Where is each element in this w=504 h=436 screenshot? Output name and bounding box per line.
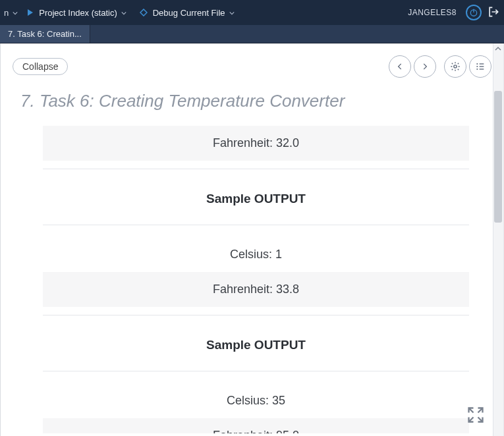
section-heading: Sample OUTPUT (43, 181, 469, 217)
next-button[interactable] (414, 55, 436, 78)
collapse-button[interactable]: Collapse (13, 58, 68, 75)
list-button[interactable] (469, 55, 491, 78)
svg-point-5 (476, 68, 478, 70)
page-title: 7. Task 6: Creating Temperature Converte… (20, 91, 491, 111)
tab-label: 7. Task 6: Creatin... (8, 29, 82, 39)
svg-point-3 (476, 63, 478, 65)
menu-debug-current-file[interactable]: Debug Current File (136, 0, 244, 25)
diamond-icon (140, 9, 148, 16)
menu-project-index[interactable]: Project Index (static) (23, 0, 136, 25)
prev-button[interactable] (389, 55, 411, 78)
chevron-down-icon[interactable] (13, 8, 18, 18)
fullscreen-icon[interactable] (466, 406, 485, 424)
settings-button[interactable] (444, 55, 466, 78)
play-icon (27, 9, 34, 16)
document-viewer: Collapse 7. Task 6: Creating Temperature… (0, 43, 504, 436)
scrollbar-thumb[interactable] (494, 91, 502, 223)
divider (43, 371, 469, 371)
scroll-up-icon[interactable] (493, 43, 503, 54)
tab-strip: 7. Task 6: Creatin... (0, 25, 504, 43)
output-row: Celsius: 1 (43, 237, 469, 272)
divider (43, 225, 469, 225)
menu-project-index-label: Project Index (static) (39, 8, 117, 18)
divider (43, 169, 469, 169)
top-menubar: n Project Index (static) Debug Current F… (0, 0, 504, 25)
svg-point-4 (476, 66, 478, 67)
output-row: Fahrenheit: 95.0 (43, 418, 469, 433)
menu-debug-label: Debug Current File (153, 8, 225, 18)
svg-point-2 (454, 65, 457, 68)
document-body: 7. Task 6: Creating Temperature Converte… (1, 87, 503, 433)
power-button[interactable] (466, 5, 482, 20)
content-rows: Fahrenheit: 32.0Sample OUTPUTCelsius: 1F… (43, 126, 469, 433)
section-heading: Sample OUTPUT (43, 327, 469, 363)
chevron-down-icon[interactable] (229, 8, 235, 18)
tab-task6[interactable]: 7. Task 6: Creatin... (0, 25, 90, 43)
output-row: Fahrenheit: 32.0 (43, 126, 469, 161)
chevron-down-icon[interactable] (121, 8, 126, 18)
username-label: JANGELES8 (408, 8, 457, 17)
output-row: Fahrenheit: 33.8 (43, 272, 469, 307)
viewer-toolbar: Collapse (1, 43, 503, 87)
output-row: Celsius: 35 (43, 383, 469, 418)
truncated-menu-text: n (4, 8, 9, 18)
logout-icon[interactable] (487, 5, 500, 20)
divider (43, 315, 469, 315)
scrollbar-track[interactable] (493, 43, 503, 436)
